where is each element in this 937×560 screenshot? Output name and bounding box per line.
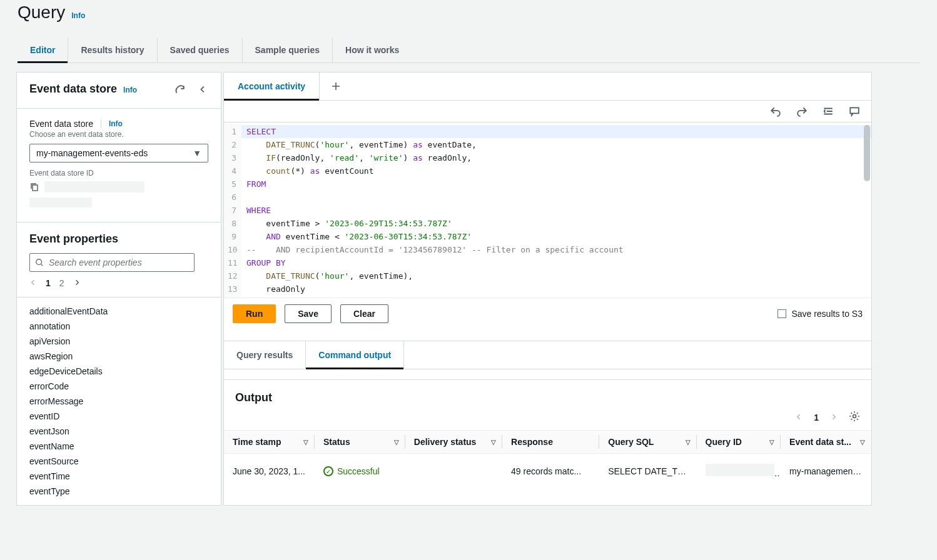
prop-item[interactable]: additionalEventData xyxy=(29,306,208,316)
props-next-page[interactable] xyxy=(73,278,81,288)
cell-status: ✓ Successful xyxy=(315,454,405,489)
tab-editor[interactable]: Editor xyxy=(18,38,68,62)
eds-id-label: Event data store ID xyxy=(29,169,208,178)
prop-item[interactable]: errorMessage xyxy=(29,396,208,406)
col-query-id[interactable]: Query ID▽ xyxy=(697,431,781,454)
editor-scrollbar[interactable] xyxy=(864,125,870,181)
props-page-1[interactable]: 1 xyxy=(46,278,51,288)
svg-rect-2 xyxy=(850,108,859,113)
page-title: Query xyxy=(18,2,65,22)
line-gutter: 12345678910111213 xyxy=(224,122,241,298)
prop-item[interactable]: annotation xyxy=(29,321,208,331)
col-eds[interactable]: Event data st...▽ xyxy=(781,431,871,454)
prop-item[interactable]: eventJson xyxy=(29,426,208,436)
search-properties-box[interactable] xyxy=(29,253,195,272)
svg-point-1 xyxy=(36,259,42,265)
eds-field-description: Choose an event data store. xyxy=(29,130,208,139)
caret-down-icon: ▽ xyxy=(860,439,865,446)
tab-saved-queries[interactable]: Saved queries xyxy=(158,38,243,62)
caret-down-icon: ▽ xyxy=(491,439,496,446)
save-to-s3-row[interactable]: Save results to S3 xyxy=(777,309,863,319)
main-tab-bar: Editor Results history Saved queries Sam… xyxy=(18,38,919,63)
prop-item[interactable]: errorCode xyxy=(29,381,208,391)
save-to-s3-checkbox[interactable] xyxy=(777,309,786,318)
save-button[interactable]: Save xyxy=(285,304,332,323)
cell-sql: SELECT DATE_TRUNC( xyxy=(599,454,696,489)
svg-point-3 xyxy=(853,415,856,418)
cell-timestamp: June 30, 2023, 1... xyxy=(224,454,315,489)
prop-item[interactable]: eventTime xyxy=(29,471,208,481)
page-info-link[interactable]: Info xyxy=(71,11,85,20)
plus-icon xyxy=(331,81,341,91)
collapse-icon[interactable] xyxy=(197,84,208,95)
clear-button[interactable]: Clear xyxy=(340,304,388,323)
eds-id-value-redacted-2 xyxy=(29,198,92,208)
sidebar-info-link[interactable]: Info xyxy=(123,86,137,94)
output-prev-page[interactable] xyxy=(795,412,803,422)
caret-down-icon: ▽ xyxy=(769,439,774,446)
props-prev-page[interactable] xyxy=(29,278,37,288)
query-editor-panel: Account activity 12345678910111213 SELEC… xyxy=(223,72,872,506)
col-status[interactable]: Status▽ xyxy=(315,431,405,454)
event-properties-title: Event properties xyxy=(29,232,208,246)
eds-field-info-link[interactable]: Info xyxy=(109,119,123,128)
col-timestamp[interactable]: Time stamp▽ xyxy=(224,431,315,454)
separator xyxy=(101,119,101,128)
prop-item[interactable]: eventType xyxy=(29,486,208,496)
col-sql[interactable]: Query SQL▽ xyxy=(599,431,696,454)
tab-how-it-works[interactable]: How it works xyxy=(333,38,412,62)
add-tab-button[interactable] xyxy=(320,72,352,100)
caret-down-icon: ▽ xyxy=(394,439,399,446)
prop-item[interactable]: edgeDeviceDetails xyxy=(29,366,208,376)
sql-editor[interactable]: 12345678910111213 SELECT DATE_TRUNC('hou… xyxy=(224,122,871,298)
props-page-2[interactable]: 2 xyxy=(59,278,64,288)
success-icon: ✓ xyxy=(323,466,333,476)
query-id-redacted xyxy=(706,464,774,476)
col-response[interactable]: Response xyxy=(502,431,599,454)
output-table: Time stamp▽ Status▽ Delivery status▽ Res… xyxy=(224,430,871,488)
redo-icon[interactable] xyxy=(796,106,808,117)
caret-down-icon: ▼ xyxy=(193,148,201,158)
comment-icon[interactable] xyxy=(849,106,860,117)
output-title: Output xyxy=(235,391,272,404)
caret-down-icon: ▽ xyxy=(686,439,691,446)
output-page-current: 1 xyxy=(814,412,819,422)
tab-command-output[interactable]: Command output xyxy=(306,341,404,369)
output-row[interactable]: June 30, 2023, 1... ✓ Successful 49 reco… xyxy=(224,454,871,489)
save-to-s3-label: Save results to S3 xyxy=(791,309,863,319)
svg-rect-0 xyxy=(33,185,38,191)
prop-item[interactable]: awsRegion xyxy=(29,351,208,361)
tab-results-history[interactable]: Results history xyxy=(68,38,157,62)
undo-icon[interactable] xyxy=(770,106,781,117)
cell-eds: my-management-even xyxy=(781,454,871,489)
output-next-page[interactable] xyxy=(830,412,838,422)
gear-icon[interactable] xyxy=(849,411,860,424)
prop-item[interactable]: eventSource xyxy=(29,456,208,466)
eds-field-label: Event data store xyxy=(29,119,93,129)
event-data-store-panel: Event data store Info Event data store I… xyxy=(16,72,221,506)
run-button[interactable]: Run xyxy=(233,304,276,323)
cell-query-id xyxy=(697,454,781,489)
format-icon[interactable] xyxy=(823,106,834,117)
tab-sample-queries[interactable]: Sample queries xyxy=(243,38,333,62)
sidebar-title: Event data store xyxy=(29,82,117,96)
tab-query-results[interactable]: Query results xyxy=(224,341,306,369)
prop-item[interactable]: eventName xyxy=(29,441,208,451)
eds-select-value: my-management-events-eds xyxy=(36,148,148,158)
cell-delivery xyxy=(405,454,502,489)
caret-down-icon: ▽ xyxy=(303,439,308,446)
eds-id-value-redacted xyxy=(44,181,144,192)
prop-item[interactable]: eventID xyxy=(29,411,208,421)
col-delivery[interactable]: Delivery status▽ xyxy=(405,431,502,454)
search-properties-input[interactable] xyxy=(49,258,189,268)
event-properties-list: additionalEventData annotation apiVersio… xyxy=(17,298,221,505)
cell-response: 49 records matc... xyxy=(502,454,599,489)
eds-select[interactable]: my-management-events-eds ▼ xyxy=(29,144,208,162)
prop-item[interactable]: apiVersion xyxy=(29,336,208,346)
editor-tab-account-activity[interactable]: Account activity xyxy=(224,72,320,100)
refresh-icon[interactable] xyxy=(175,84,186,95)
copy-icon[interactable] xyxy=(29,182,39,192)
search-icon xyxy=(35,258,44,267)
